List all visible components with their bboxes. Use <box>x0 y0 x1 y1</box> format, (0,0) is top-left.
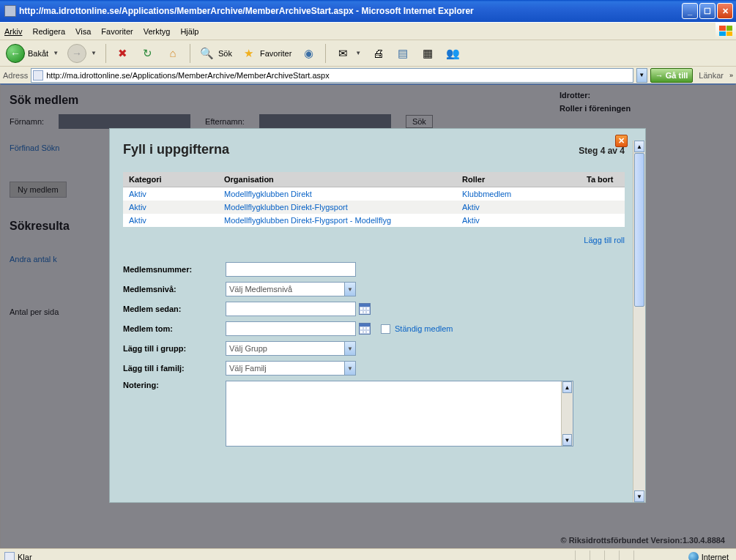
label-medlemsnummer: Medlemsnummer: <box>123 265 226 274</box>
research-button[interactable]: ▦ <box>417 43 439 64</box>
close-button[interactable]: ✕ <box>717 3 733 19</box>
table-row: Aktiv Modellflygklubben Direkt Klubbmedl… <box>123 187 625 201</box>
back-icon: ← <box>6 44 25 63</box>
th-kategori: Kategori <box>123 172 218 187</box>
chevron-down-icon[interactable]: ▼ <box>344 342 355 355</box>
select-grupp[interactable]: Välj Grupp▼ <box>226 341 356 356</box>
input-medlem-sedan[interactable] <box>226 302 356 316</box>
modal-close-button[interactable]: ✕ <box>615 135 628 147</box>
input-medlem-tom[interactable] <box>226 321 356 336</box>
print-button[interactable]: 🖨 <box>367 43 389 64</box>
stop-icon: ✖ <box>115 45 131 61</box>
chevron-right-icon[interactable]: » <box>729 72 733 79</box>
label-lagg-familj: Lägg till i familj: <box>123 364 226 373</box>
messenger-button[interactable]: 👥 <box>442 43 464 64</box>
roles-table: Kategori Organisation Roller Ta bort Akt… <box>123 172 625 227</box>
textarea-notering[interactable]: ▲ ▼ <box>226 381 573 447</box>
history-button[interactable]: ◉ <box>297 43 319 64</box>
label-lagg-grupp: Lägg till i grupp: <box>123 344 226 353</box>
separator <box>105 44 106 63</box>
window-titlebar: http://ma.idrottonline.se/Applications/M… <box>0 0 736 22</box>
link-lagg-till-roll[interactable]: Lägg till roll <box>584 236 625 244</box>
chevron-down-icon[interactable]: ▼ <box>91 50 97 56</box>
select-value: Välj Grupp <box>229 344 267 353</box>
cell-organisation[interactable]: Modellflygklubben Direkt <box>218 187 456 201</box>
back-label: Bakåt <box>28 49 48 58</box>
scroll-down-button[interactable]: ▼ <box>634 490 644 502</box>
calendar-icon[interactable] <box>359 323 371 335</box>
cell-organisation[interactable]: Modellflygklubben Direkt-Flygsport <box>218 201 456 214</box>
label-medlemsniva: Medlemsnivå: <box>123 285 226 294</box>
cell-roller[interactable]: Klubbmedlem <box>456 187 581 201</box>
home-icon: ⌂ <box>165 45 181 61</box>
menu-favoriter[interactable]: Favoriter <box>101 27 133 36</box>
calendar-icon[interactable] <box>359 303 371 315</box>
chevron-down-icon[interactable]: ▼ <box>344 362 355 375</box>
forward-icon: → <box>67 44 86 63</box>
refresh-icon: ↻ <box>140 45 156 61</box>
select-familj[interactable]: Välj Familj▼ <box>226 361 356 376</box>
modal-scrollbar[interactable]: ▲ ▼ <box>633 141 645 502</box>
address-dropdown[interactable]: ▼ <box>636 68 647 83</box>
forward-button[interactable]: → ▼ <box>64 43 100 64</box>
print-icon: 🖨 <box>370 45 386 61</box>
mail-icon: ✉ <box>335 45 351 61</box>
globe-icon <box>688 552 699 561</box>
search-button[interactable]: 🔍Sök <box>196 43 235 64</box>
stop-button[interactable]: ✖ <box>112 43 134 64</box>
scroll-up-button[interactable]: ▲ <box>634 141 644 152</box>
go-button[interactable]: Gå till <box>650 68 694 83</box>
chevron-down-icon[interactable]: ▼ <box>355 50 361 56</box>
table-row: Aktiv Modellflygklubben Direkt-Flygsport… <box>123 201 625 214</box>
modal-title: Fyll i uppgifterna <box>123 142 229 157</box>
page-icon <box>33 70 43 81</box>
cell-kategori[interactable]: Aktiv <box>123 201 218 214</box>
modal-step: Steg 4 av 4 <box>579 146 625 156</box>
refresh-button[interactable]: ↻ <box>137 43 159 64</box>
back-button[interactable]: ← Bakåt ▼ <box>3 43 62 64</box>
status-text: Klar <box>18 553 32 561</box>
separator <box>190 44 190 63</box>
status-bar: Klar Internet <box>0 548 736 560</box>
cell-kategori[interactable]: Aktiv <box>123 214 218 227</box>
app-icon <box>4 5 16 17</box>
chevron-down-icon[interactable]: ▼ <box>53 50 59 56</box>
th-organisation: Organisation <box>218 172 456 187</box>
scroll-down-button[interactable]: ▼ <box>562 434 572 446</box>
textarea-scrollbar[interactable]: ▲ ▼ <box>561 381 573 446</box>
links-label[interactable]: Länkar <box>699 71 724 80</box>
input-medlemsnummer[interactable] <box>226 262 356 277</box>
mail-button[interactable]: ✉▼ <box>332 43 364 64</box>
table-row: Aktiv Modellflygklubben Direkt-Flygsport… <box>123 214 625 227</box>
menu-arkiv[interactable]: Arkiv <box>4 27 22 36</box>
label-standig-medlem[interactable]: Ständig medlem <box>395 324 453 333</box>
research-icon: ▦ <box>420 45 436 61</box>
maximize-button[interactable]: ☐ <box>699 3 715 19</box>
address-bar: Adress http://ma.idrottonline.se/Applica… <box>0 66 736 83</box>
menu-visa[interactable]: Visa <box>75 27 91 36</box>
menu-redigera[interactable]: Redigera <box>32 27 65 36</box>
home-button[interactable]: ⌂ <box>162 43 184 64</box>
messenger-icon: 👥 <box>445 45 461 61</box>
favorites-button[interactable]: ★Favoriter <box>238 43 294 64</box>
edit-button[interactable]: ▤ <box>392 43 414 64</box>
cell-kategori[interactable]: Aktiv <box>123 187 218 201</box>
cell-roller[interactable]: Aktiv <box>456 201 581 214</box>
select-medlemsniva[interactable]: Välj Medlemsnivå▼ <box>226 282 356 296</box>
cell-roller[interactable]: Aktiv <box>456 214 581 227</box>
star-icon: ★ <box>241 45 257 61</box>
separator <box>325 44 326 63</box>
menu-verktyg[interactable]: Verktyg <box>144 27 171 36</box>
scroll-up-button[interactable]: ▲ <box>562 381 572 393</box>
checkbox-standig-medlem[interactable] <box>381 324 390 334</box>
label-notering: Notering: <box>123 381 226 389</box>
minimize-button[interactable]: _ <box>682 3 698 19</box>
cell-organisation[interactable]: Modellflygklubben Direkt-Flygsport - Mod… <box>218 214 456 227</box>
favorites-label: Favoriter <box>260 49 291 58</box>
search-icon: 🔍 <box>199 45 215 61</box>
th-tabort: Ta bort <box>581 172 625 187</box>
address-input[interactable]: http://ma.idrottonline.se/Applications/M… <box>31 68 633 83</box>
chevron-down-icon[interactable]: ▼ <box>344 283 355 296</box>
menu-hjalp[interactable]: Hjälp <box>180 27 198 36</box>
scroll-thumb[interactable] <box>634 153 644 307</box>
